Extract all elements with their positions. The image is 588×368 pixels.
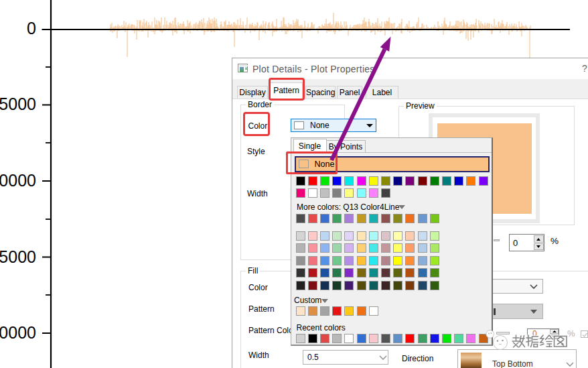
svg-text:0: 0: [27, 19, 36, 38]
svg-text:-5000: -5000: [0, 95, 36, 113]
svg-text:-20000: -20000: [0, 323, 36, 342]
svg-text:-10000: -10000: [0, 171, 36, 190]
svg-text:-15000: -15000: [0, 247, 36, 266]
